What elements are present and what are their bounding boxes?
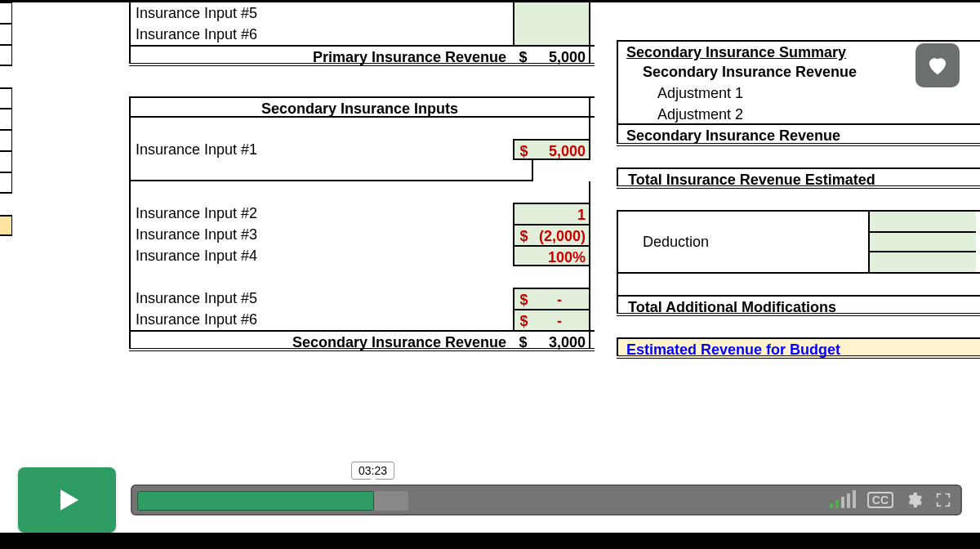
sec-input-4-value[interactable]: 100% [533, 245, 590, 266]
buffer-indicator [374, 491, 408, 511]
settings-button[interactable] [905, 491, 923, 509]
primary-input-5-dollar[interactable] [513, 2, 533, 24]
sec-input-5: Insurance Input #5 [129, 288, 513, 309]
heart-icon [925, 53, 950, 78]
est-revenue-budget: Estimated Revenue for Budget [617, 339, 976, 355]
primary-revenue-dollar: $ [513, 47, 533, 63]
spreadsheet-view: Insurance Input #5 Insurance Input #6 Pr… [0, 2, 980, 435]
video-controls: 03:23 CC [18, 467, 962, 533]
sec-input-3-value[interactable]: (2,000) [533, 224, 590, 245]
sec-input-1-dollar[interactable]: $ [513, 139, 533, 160]
play-icon [51, 484, 82, 516]
sec-input-3: Insurance Input #3 [129, 224, 513, 245]
sec-input-3-dollar[interactable]: $ [513, 224, 533, 245]
volume-button[interactable] [830, 492, 856, 508]
bottom-bar [0, 533, 980, 549]
sec-input-1-value[interactable]: 5,000 [533, 139, 590, 160]
primary-revenue-label: Primary Insurance Revenue [129, 47, 513, 63]
sec-revenue-dollar: $ [513, 332, 533, 348]
cc-button[interactable]: CC [867, 492, 893, 508]
sec-input-5-dollar[interactable]: $ [513, 288, 533, 309]
progress-fill [137, 491, 374, 511]
sec-input-1: Insurance Input #1 [129, 139, 513, 160]
total-est: Total Insurance Revenue Estimated [617, 169, 976, 185]
sec-input-2-dollar[interactable] [513, 203, 533, 224]
sec-input-2-value[interactable]: 1 [533, 203, 590, 224]
primary-input-6: Insurance Input #6 [129, 24, 513, 45]
sec-input-6-value[interactable]: - [533, 309, 590, 330]
sec-input-6-dollar[interactable]: $ [513, 309, 533, 330]
primary-input-5: Insurance Input #5 [129, 2, 513, 24]
fullscreen-button[interactable] [934, 491, 952, 509]
progress-bar[interactable]: 03:23 CC [131, 484, 962, 516]
sec-revenue-label: Secondary Insurance Revenue [129, 332, 513, 348]
sec-input-4: Insurance Input #4 [129, 245, 513, 266]
total-mods: Total Additional Modifications [617, 297, 976, 313]
summary-adj2: Adjustment 2 [617, 104, 976, 123]
left-partial-cells [0, 2, 20, 236]
summary-revenue-2: Secondary Insurance Revenue [617, 125, 976, 143]
primary-revenue-value: 5,000 [533, 47, 590, 63]
deduction: Deduction [617, 231, 870, 252]
sec-input-6: Insurance Input #6 [129, 309, 513, 330]
sec-input-4-dollar[interactable] [513, 245, 533, 266]
primary-input-6-dollar[interactable] [513, 24, 533, 45]
sec-revenue-value: 3,000 [533, 332, 590, 348]
sec-input-5-value[interactable]: - [533, 288, 590, 309]
primary-input-6-value[interactable] [533, 24, 590, 45]
time-tooltip: 03:23 [351, 462, 394, 480]
favorite-button[interactable] [915, 43, 960, 87]
play-button[interactable] [18, 467, 116, 533]
primary-input-5-value[interactable] [533, 2, 590, 24]
secondary-header: Secondary Insurance Inputs [129, 98, 590, 116]
deduction-value[interactable] [870, 231, 976, 252]
sec-input-2: Insurance Input #2 [129, 203, 513, 224]
